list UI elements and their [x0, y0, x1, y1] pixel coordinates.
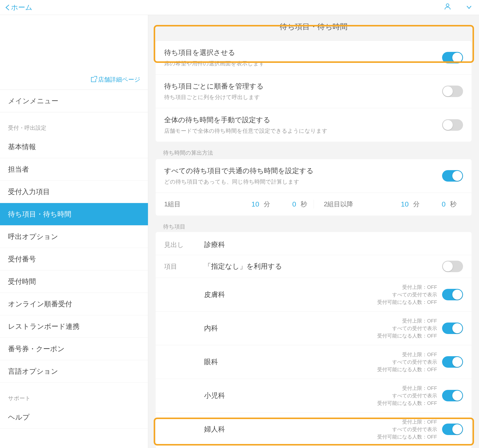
settings-row-0-title: 待ち項目を選択させる [164, 48, 265, 57]
dept-name-3: 小児科 [204, 391, 377, 400]
dept-row-4: 婦人科受付上限：OFFすべての受付で表示受付可能になる人数：OFF [156, 412, 472, 446]
user-icon[interactable] [444, 2, 452, 12]
calc-common-toggle[interactable] [442, 170, 463, 182]
sidebar-section-support: サポート [0, 383, 148, 406]
time-first-label: 1組目 [164, 200, 240, 209]
dept-toggle-3[interactable] [442, 390, 463, 401]
chevron-left-icon [5, 4, 9, 10]
wait-default-label: 「指定なし」を利用する [204, 262, 442, 271]
sidebar-item-0[interactable]: 基本情報 [0, 136, 148, 158]
sidebar-item-8[interactable]: レストランボード連携 [0, 315, 148, 338]
settings-row-2: 全体の待ち時間を手動で設定する店舗モードで全体の待ち時間を任意で設定できるように… [156, 108, 472, 142]
sidebar-item-4[interactable]: 呼出オプション [0, 225, 148, 248]
wait-heading-val: 診療科 [204, 240, 463, 249]
settings-row-1-title: 待ち項目ごとに順番を管理する [164, 82, 264, 91]
dept-name-0: 皮膚科 [204, 290, 377, 299]
dept-row-0: 皮膚科受付上限：OFFすべての受付で表示受付可能になる人数：OFF [156, 278, 472, 311]
dept-toggle-1[interactable] [442, 323, 463, 334]
dept-name-2: 眼科 [204, 357, 377, 367]
dept-meta-1: 受付上限：OFFすべての受付で表示受付可能になる人数：OFF [377, 317, 437, 339]
sidebar-item-6[interactable]: 受付時間 [0, 270, 148, 293]
calc-common-sub: どの待ち項目であっても、同じ待ち時間で計算します [164, 178, 314, 186]
time-first-min[interactable]: 10 [244, 200, 259, 208]
dept-meta-2: 受付上限：OFFすべての受付で表示受付可能になる人数：OFF [377, 351, 437, 373]
sidebar-section-reception: 受付・呼出設定 [0, 112, 148, 136]
settings-row-2-title: 全体の待ち時間を手動で設定する [164, 115, 328, 125]
calc-caption: 待ち時間の算出方法 [163, 149, 479, 157]
sidebar-item-7[interactable]: オンライン順番受付 [0, 293, 148, 315]
wait-item-key: 項目 [164, 262, 204, 271]
page-title: 待ち項目・待ち時間 [148, 15, 479, 38]
sidebar-main-menu-header[interactable]: メインメニュー [0, 90, 148, 112]
time-rest-min-unit: 分 [413, 200, 426, 209]
time-row: 1組目 10 分 0 秒 2組目以降 10 分 0 秒 [156, 193, 472, 216]
settings-row-0-toggle[interactable] [442, 52, 463, 63]
dept-row-1: 内科受付上限：OFFすべての受付で表示受付可能になる人数：OFF [156, 311, 472, 345]
time-rest-min[interactable]: 10 [394, 200, 409, 208]
sidebar-item-9[interactable]: 番号券・クーポン [0, 338, 148, 360]
time-first-sec[interactable]: 0 [281, 200, 296, 208]
time-rest-label: 2組目以降 [324, 200, 389, 209]
wait-panel: 見出し 診療科 項目 「指定なし」を利用する 皮膚科受付上限：OFFすべての受付… [156, 232, 472, 448]
sidebar-item-1[interactable]: 担当者 [0, 158, 148, 181]
wait-caption: 待ち項目 [163, 223, 479, 230]
sidebar-support-item-0[interactable]: ヘルプ [0, 406, 148, 429]
settings-row-1-sub: 待ち項目ごとに列を分けて呼出します [164, 94, 264, 101]
sidebar: 店舗詳細ページ メインメニュー 受付・呼出設定 基本情報担当者受付入力項目待ち項… [0, 15, 148, 448]
time-first-sec-unit: 秒 [301, 200, 314, 209]
time-rest-sec[interactable]: 0 [431, 200, 446, 208]
sidebar-item-3[interactable]: 待ち項目・待ち時間 [0, 203, 148, 225]
wait-default-row: 項目 「指定なし」を利用する [156, 255, 472, 278]
back-label: ホーム [11, 3, 32, 12]
settings-row-1-toggle[interactable] [442, 86, 463, 97]
dept-meta-4: 受付上限：OFFすべての受付で表示受付可能になる人数：OFF [377, 418, 437, 441]
external-link-icon [91, 77, 96, 82]
time-first-group: 1組目 10 分 0 秒 [164, 200, 314, 209]
chevron-down-icon[interactable] [467, 6, 472, 9]
sidebar-item-5[interactable]: 受付番号 [0, 248, 148, 270]
sidebar-item-2[interactable]: 受付入力項目 [0, 181, 148, 203]
settings-row-2-toggle[interactable] [442, 119, 463, 131]
time-first-min-unit: 分 [264, 200, 277, 209]
sidebar-item-10[interactable]: 言語オプション [0, 360, 148, 383]
calc-panel: すべての待ち項目で共通の待ち時間を設定する どの待ち項目であっても、同じ待ち時間… [156, 159, 472, 216]
calc-common-row: すべての待ち項目で共通の待ち時間を設定する どの待ち項目であっても、同じ待ち時間… [156, 159, 472, 193]
wait-default-toggle[interactable] [442, 261, 463, 272]
dept-row-2: 眼科受付上限：OFFすべての受付で表示受付可能になる人数：OFF [156, 345, 472, 379]
dept-name-1: 内科 [204, 324, 377, 333]
content-area: 待ち項目・待ち時間 待ち項目を選択させる席の希望や用件の選択画面を表示します待ち… [148, 15, 479, 448]
store-detail-label: 店舗詳細ページ [98, 76, 140, 84]
settings-panel-1: 待ち項目を選択させる席の希望や用件の選択画面を表示します待ち項目ごとに順番を管理… [156, 41, 472, 142]
svg-point-0 [446, 4, 449, 6]
store-detail-slot: 店舗詳細ページ [0, 15, 148, 90]
dept-meta-3: 受付上限：OFFすべての受付で表示受付可能になる人数：OFF [377, 384, 437, 407]
dept-toggle-0[interactable] [442, 289, 463, 300]
settings-row-2-sub: 店舗モードで全体の待ち時間を任意で設定できるようになります [164, 127, 328, 135]
calc-common-title: すべての待ち項目で共通の待ち時間を設定する [164, 166, 314, 176]
settings-row-1: 待ち項目ごとに順番を管理する待ち項目ごとに列を分けて呼出します [156, 74, 472, 108]
dept-meta-0: 受付上限：OFFすべての受付で表示受付可能になる人数：OFF [377, 283, 437, 306]
wait-heading-key: 見出し [164, 240, 204, 249]
store-detail-link[interactable]: 店舗詳細ページ [91, 76, 140, 84]
settings-row-0: 待ち項目を選択させる席の希望や用件の選択画面を表示します [156, 41, 472, 74]
time-rest-sec-unit: 秒 [450, 200, 463, 209]
dept-row-3: 小児科受付上限：OFFすべての受付で表示受付可能になる人数：OFF [156, 379, 472, 412]
topbar: ホーム [0, 0, 479, 15]
settings-row-0-sub: 席の希望や用件の選択画面を表示します [164, 60, 265, 67]
wait-heading-row: 見出し 診療科 [156, 234, 472, 255]
time-rest-group: 2組目以降 10 分 0 秒 [314, 200, 463, 209]
dept-name-4: 婦人科 [204, 425, 377, 434]
back-button[interactable]: ホーム [5, 3, 32, 12]
dept-toggle-2[interactable] [442, 356, 463, 368]
topbar-right [444, 2, 472, 12]
dept-toggle-4[interactable] [442, 424, 463, 435]
